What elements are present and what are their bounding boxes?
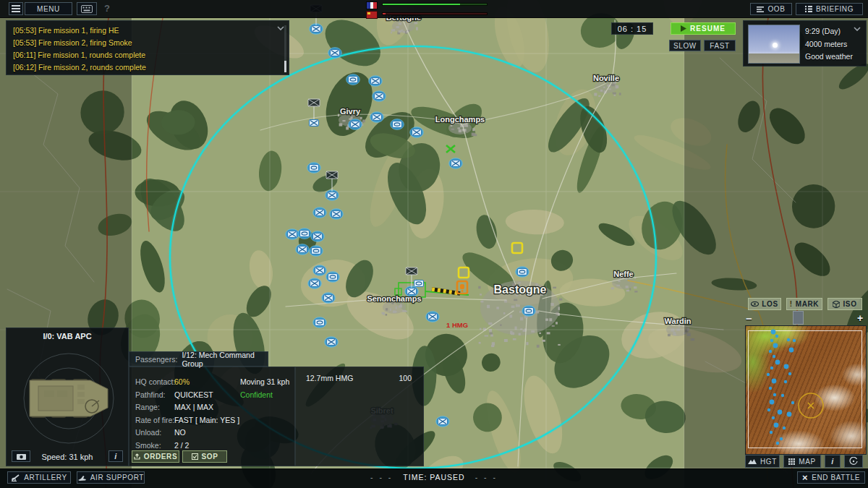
compass-button[interactable] bbox=[844, 455, 863, 468]
info-row-label: Smoke: bbox=[135, 441, 174, 450]
log-scrollbar-track[interactable] bbox=[284, 25, 286, 61]
sop-label: SOP bbox=[202, 453, 218, 461]
info-row-label: Unload: bbox=[135, 428, 174, 437]
zoom-in-button[interactable]: + bbox=[857, 312, 863, 324]
unit-marker-inf[interactable] bbox=[410, 127, 424, 138]
minimap-unit-dot bbox=[787, 412, 792, 417]
unit-marker-inf[interactable] bbox=[436, 416, 450, 427]
minimap-unit-dot bbox=[769, 387, 772, 390]
info-row: Range:MAX | MAX bbox=[135, 403, 213, 411]
map-label-neffe: Neffe bbox=[613, 270, 634, 278]
zoom-out-button[interactable]: − bbox=[746, 312, 752, 325]
info-row: Pathfind:QUICKEST bbox=[135, 390, 213, 399]
unit-marker-apc[interactable] bbox=[516, 267, 529, 278]
map-mode-button[interactable]: MAP bbox=[783, 455, 821, 468]
info-row-label: Rate of fire: bbox=[135, 416, 174, 424]
log-message: [06:12] Fire mission 2, rounds complete bbox=[13, 61, 278, 74]
info-row-status: Confident bbox=[240, 390, 273, 399]
keyboard-shortcuts-button[interactable] bbox=[77, 2, 97, 15]
unit-marker-apc[interactable] bbox=[414, 281, 424, 287]
unit-marker-apc[interactable] bbox=[298, 228, 312, 239]
minimap-unit-dot bbox=[772, 379, 777, 384]
unit-top-view bbox=[7, 343, 128, 451]
passengers-bar[interactable]: Passengers: I/12: Mech Command Group bbox=[129, 351, 268, 367]
unit-marker-inf[interactable] bbox=[286, 229, 299, 240]
weather-condition: Good weather bbox=[805, 51, 853, 64]
unit-viewer-panel: I/0: VAB APC Speed: 31 kph i bbox=[6, 328, 129, 466]
info-row: Smoke:2 / 2 bbox=[135, 441, 189, 450]
orders-button[interactable]: ORDERS bbox=[132, 450, 179, 463]
hamburger-menu-button[interactable] bbox=[9, 2, 23, 15]
zoom-slider-handle[interactable] bbox=[793, 311, 804, 325]
unit-marker-inf[interactable] bbox=[449, 158, 463, 169]
minimap-unit-dot bbox=[784, 364, 789, 369]
chevron-down-icon bbox=[277, 26, 284, 30]
unit-marker-inf[interactable] bbox=[311, 231, 325, 242]
fast-label: FAST bbox=[710, 42, 729, 50]
iso-cube-icon bbox=[833, 301, 840, 308]
unit-marker-apc[interactable] bbox=[346, 74, 360, 85]
fast-button[interactable]: FAST bbox=[704, 40, 736, 51]
minimap-unit-dot bbox=[772, 416, 775, 419]
compass-icon bbox=[849, 457, 858, 466]
log-message: [05:53] Fire mission 1, firing HE bbox=[13, 25, 278, 37]
resume-button[interactable]: RESUME bbox=[671, 22, 736, 35]
unit-marker-inf[interactable] bbox=[313, 265, 327, 276]
unit-marker-inf[interactable] bbox=[349, 119, 362, 130]
unit-marker-apc[interactable] bbox=[326, 272, 340, 283]
time-status-label: TIME: PAUSED bbox=[403, 473, 464, 481]
menu-button[interactable]: MENU bbox=[25, 2, 72, 15]
unit-marker-inf[interactable] bbox=[325, 337, 339, 348]
unit-marker-apc[interactable] bbox=[313, 317, 327, 328]
minimap-overlay bbox=[746, 326, 867, 455]
unit-marker-inf[interactable] bbox=[296, 244, 310, 255]
slow-button[interactable]: SLOW bbox=[669, 40, 701, 51]
briefing-button[interactable]: BRIEFING bbox=[796, 3, 863, 15]
iso-button[interactable]: ISO bbox=[827, 298, 862, 310]
minimap-unit-dot bbox=[767, 373, 770, 376]
log-collapse-button[interactable] bbox=[277, 26, 284, 30]
unit-marker-inf[interactable] bbox=[426, 312, 440, 322]
enemy-flag-ussr bbox=[366, 11, 378, 19]
artillery-button[interactable]: ARTILLERY bbox=[7, 471, 71, 484]
unit-marker-inf[interactable] bbox=[328, 48, 342, 59]
unit-marker-inf[interactable] bbox=[313, 207, 327, 218]
weather-collapse-button[interactable] bbox=[854, 27, 861, 31]
unit-marker-inf[interactable] bbox=[373, 91, 386, 102]
weapon-name: 12.7mm HMG bbox=[306, 374, 353, 382]
unit-marker-inf[interactable] bbox=[369, 76, 383, 87]
unit-marker-inf[interactable] bbox=[330, 209, 344, 220]
eye-icon bbox=[751, 301, 759, 307]
unit-marker-inf[interactable] bbox=[308, 278, 322, 289]
weather-panel: 9:29 (Day) 4000 meters Good weather bbox=[743, 20, 867, 67]
unit-marker-apc[interactable] bbox=[307, 163, 321, 174]
info-row-status: Moving 31 kph bbox=[240, 377, 289, 386]
map-label-senonchamps: Senonchamps bbox=[367, 294, 421, 303]
end-battle-button[interactable]: × END BATTLE bbox=[797, 471, 865, 484]
unit-marker-apc[interactable] bbox=[391, 119, 404, 130]
air-support-button[interactable]: AIR SUPPORT bbox=[77, 471, 145, 484]
minimap-unit-dot bbox=[770, 400, 775, 405]
help-button[interactable]: ? bbox=[104, 3, 110, 14]
los-button[interactable]: LOS bbox=[748, 298, 781, 310]
unit-info-button[interactable]: i bbox=[109, 450, 123, 462]
log-scrollbar-thumb[interactable] bbox=[284, 61, 286, 72]
minimap[interactable] bbox=[745, 325, 867, 455]
oob-button[interactable]: OOB bbox=[750, 3, 792, 15]
hgt-button[interactable]: HGT bbox=[745, 455, 780, 468]
mountain-icon bbox=[748, 458, 757, 464]
unit-marker-inf[interactable] bbox=[322, 293, 336, 304]
map-info-button[interactable]: i bbox=[825, 455, 841, 468]
unit-marker-apc[interactable] bbox=[522, 306, 536, 317]
minimap-unit-dot bbox=[775, 335, 778, 338]
minimap-unit-dot bbox=[769, 350, 772, 353]
map-label-longchamps: Longchamps bbox=[435, 115, 485, 124]
info-row-label: HQ contact: bbox=[135, 377, 174, 386]
sop-button[interactable]: SOP bbox=[182, 450, 227, 463]
clock-display: 06 : 15 bbox=[611, 22, 653, 35]
unit-marker-inf[interactable] bbox=[370, 112, 384, 123]
minimap-unit-dot bbox=[780, 437, 783, 440]
minimap-toolbar: HGT MAP i bbox=[745, 455, 867, 468]
unit-marker-apc[interactable] bbox=[310, 246, 323, 257]
mark-button[interactable]: ! MARK bbox=[786, 298, 822, 310]
